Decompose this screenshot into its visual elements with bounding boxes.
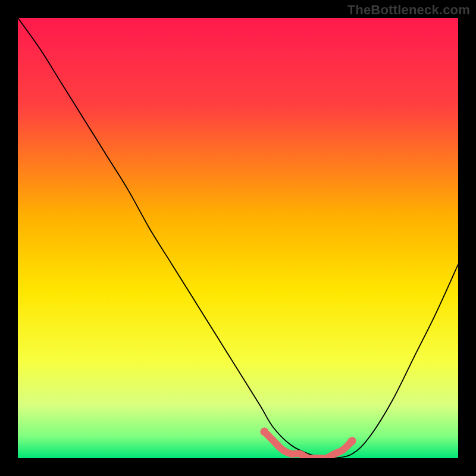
plot-svg [18,18,458,458]
optimal-dot-1 [347,437,356,446]
plot-area [18,18,458,458]
watermark-text: TheBottleneck.com [347,2,470,18]
gradient-background [18,18,458,458]
optimal-dot-0 [260,428,268,436]
chart-frame: TheBottleneck.com [0,0,476,476]
